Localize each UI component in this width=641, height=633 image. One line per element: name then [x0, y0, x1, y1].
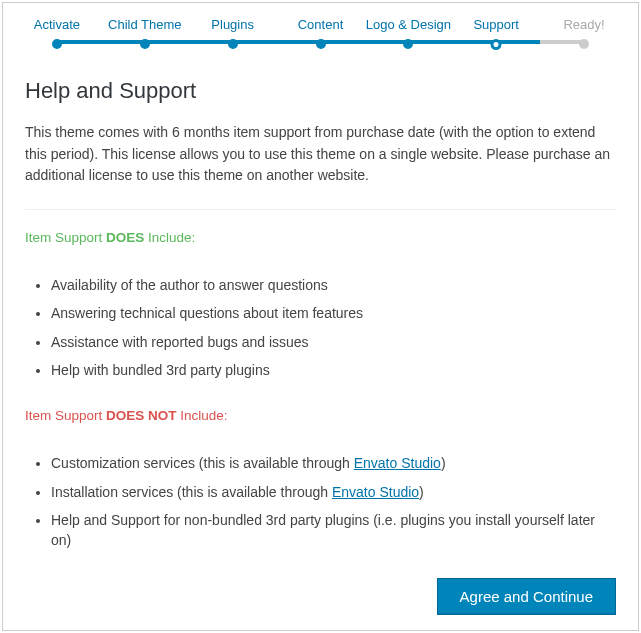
- step-label: Plugins: [211, 17, 254, 32]
- list-item: Customization services (this is availabl…: [51, 453, 616, 473]
- step-content[interactable]: Content: [277, 17, 365, 50]
- wizard-steps: Activate Child Theme Plugins Content Log…: [3, 3, 638, 50]
- list-item: Installation services (this is available…: [51, 482, 616, 502]
- list-item: Assistance with reported bugs and issues: [51, 332, 616, 352]
- text: Item Support: [25, 230, 106, 245]
- step-dot-icon: [403, 39, 413, 49]
- step-label: Activate: [34, 17, 80, 32]
- step-activate[interactable]: Activate: [13, 17, 101, 50]
- step-label: Logo & Design: [366, 17, 451, 32]
- list-item: Availability of the author to answer que…: [51, 275, 616, 295]
- agree-continue-button[interactable]: Agree and Continue: [437, 578, 616, 615]
- text: Include:: [177, 408, 228, 423]
- intro-text: This theme comes with 6 months item supp…: [25, 122, 616, 210]
- list-item: Answering technical questions about item…: [51, 303, 616, 323]
- step-dot-icon: [316, 39, 326, 49]
- list-item: Help and Support for non-bundled 3rd par…: [51, 510, 616, 551]
- does-not-include-list: Customization services (this is availabl…: [25, 453, 616, 550]
- text-strong: DOES: [106, 230, 144, 245]
- step-plugins[interactable]: Plugins: [189, 17, 277, 50]
- text-strong: DOES NOT: [106, 408, 177, 423]
- does-include-list: Availability of the author to answer que…: [25, 275, 616, 380]
- step-dot-icon: [228, 39, 238, 49]
- text: Customization services (this is availabl…: [51, 455, 354, 471]
- text: ): [441, 455, 446, 471]
- actions-bar: Agree and Continue: [3, 578, 638, 615]
- step-dot-icon: [491, 39, 502, 50]
- text: Include:: [144, 230, 195, 245]
- envato-studio-link[interactable]: Envato Studio: [354, 455, 441, 471]
- step-logo-design[interactable]: Logo & Design: [364, 17, 452, 50]
- step-dot-icon: [579, 39, 589, 49]
- envato-studio-link[interactable]: Envato Studio: [332, 484, 419, 500]
- text: ): [419, 484, 424, 500]
- main-content: Help and Support This theme comes with 6…: [3, 50, 638, 564]
- step-label: Child Theme: [108, 17, 181, 32]
- step-child-theme[interactable]: Child Theme: [101, 17, 189, 50]
- step-dot-icon: [140, 39, 150, 49]
- does-not-include-heading: Item Support DOES NOT Include:: [25, 408, 616, 423]
- does-include-heading: Item Support DOES Include:: [25, 230, 616, 245]
- step-label: Content: [298, 17, 344, 32]
- step-ready: Ready!: [540, 17, 628, 50]
- step-dot-icon: [52, 39, 62, 49]
- text: Installation services (this is available…: [51, 484, 332, 500]
- list-item: Help with bundled 3rd party plugins: [51, 360, 616, 380]
- page-title: Help and Support: [25, 78, 616, 104]
- text: Item Support: [25, 408, 106, 423]
- step-label: Support: [473, 17, 519, 32]
- step-label: Ready!: [563, 17, 604, 32]
- step-support[interactable]: Support: [452, 17, 540, 50]
